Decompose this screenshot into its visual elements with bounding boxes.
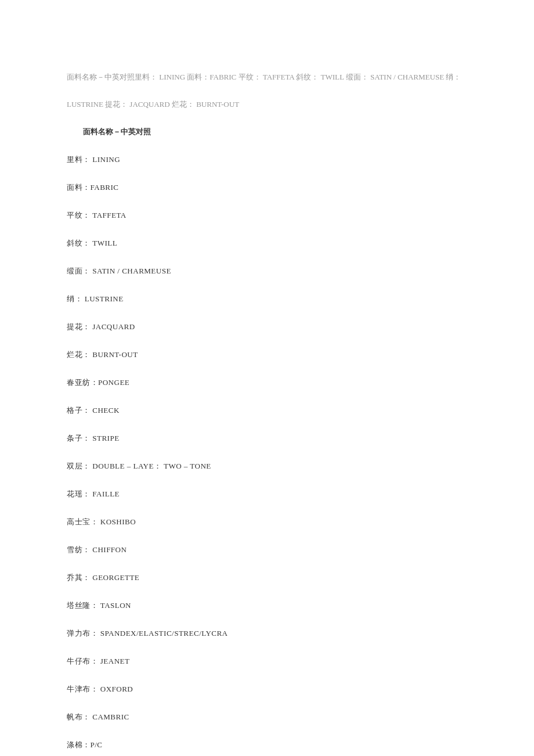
list-item: 雪纺： CHIFFON bbox=[67, 545, 467, 555]
document-title: 面料名称－中英对照 bbox=[67, 127, 467, 137]
list-item: 绡： LUSTRINE bbox=[67, 294, 467, 304]
list-item: 烂花： BURNT-OUT bbox=[67, 350, 467, 360]
list-item: 涤棉：P/C bbox=[67, 740, 467, 750]
summary-text: 面料名称－中英对照里料： LINING 面料：FABRIC 平纹： TAFFET… bbox=[67, 64, 467, 118]
list-item: 花瑶： FAILLE bbox=[67, 489, 467, 499]
list-item: 面料：FABRIC bbox=[67, 182, 467, 193]
list-item: 帆布： CAMBRIC bbox=[67, 712, 467, 722]
list-item: 春亚纺：PONGEE bbox=[67, 377, 467, 388]
list-item: 乔其： GEORGETTE bbox=[67, 573, 467, 583]
list-item: 弹力布： SPANDEX/ELASTIC/STREC/LYCRA bbox=[67, 628, 467, 639]
list-item: 平纹： TAFFETA bbox=[67, 210, 467, 221]
list-item: 格子： CHECK bbox=[67, 405, 467, 416]
list-item: 高士宝： KOSHIBO bbox=[67, 517, 467, 527]
list-item: 缎面： SATIN / CHARMEUSE bbox=[67, 266, 467, 276]
list-item: 牛津布： OXFORD bbox=[67, 684, 467, 694]
list-item: 斜纹： TWILL bbox=[67, 238, 467, 249]
document-page: 面料名称－中英对照里料： LINING 面料：FABRIC 平纹： TAFFET… bbox=[0, 0, 534, 756]
list-item: 塔丝隆： TASLON bbox=[67, 600, 467, 611]
list-item: 牛仔布： JEANET bbox=[67, 656, 467, 667]
list-item: 条子： STRIPE bbox=[67, 433, 467, 444]
list-item: 里料： LINING bbox=[67, 154, 467, 165]
list-item: 提花： JACQUARD bbox=[67, 322, 467, 332]
list-item: 双层： DOUBLE – LAYE： TWO – TONE bbox=[67, 461, 467, 471]
